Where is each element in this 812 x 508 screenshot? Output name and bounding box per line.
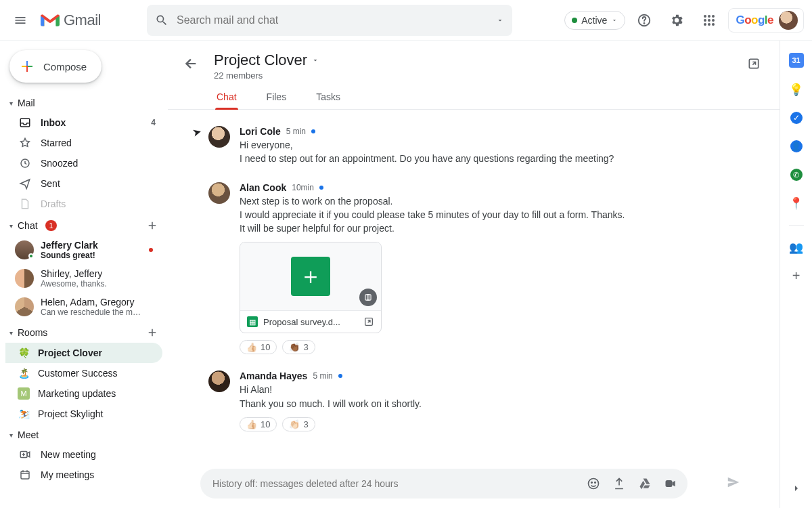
room-tabs: Chat Files Tasks [168,81,780,110]
attachment-card[interactable]: ＋ ▦ Proposal survey.d... [240,242,382,333]
calendar-icon [19,469,31,481]
chat-item[interactable]: Jeffery ClarkSounds great! [5,236,162,264]
svg-point-4 [712,15,715,18]
room-emoji-icon: ⛷️ [18,408,30,420]
message: Alan Cook10min Next step is to work on t… [208,182,752,355]
tasks-app-button[interactable]: ✓ [790,111,803,125]
meet-button[interactable] [659,472,682,495]
new-room-button[interactable] [146,326,158,339]
collapse-panel-button[interactable] [786,478,807,499]
message-composer[interactable] [200,469,687,499]
svg-point-9 [708,23,710,26]
folder-sent[interactable]: Sent [5,173,162,194]
folder-snoozed[interactable]: Snoozed [5,153,162,173]
reaction-chip[interactable]: 👍🏻10 [240,340,277,354]
collapse-button[interactable] [706,51,731,76]
avatar [208,371,230,392]
open-new-button[interactable] [742,51,766,76]
svg-point-10 [712,23,715,26]
open-external-icon[interactable] [363,316,374,327]
svg-point-2 [704,15,706,18]
new-chat-button[interactable] [146,219,158,232]
tab-files[interactable]: Files [265,87,288,109]
gmail-icon [41,13,60,28]
help-button[interactable] [631,7,658,34]
rooms-section-toggle[interactable]: ▾Rooms [5,322,162,343]
message-body: Hi everyone,I need to step out for an ap… [240,138,752,166]
upload-button[interactable] [608,472,631,495]
settings-button[interactable] [663,7,690,34]
voice-app-button[interactable]: ✆ [790,168,803,182]
menu-button[interactable] [5,5,35,35]
room-item[interactable]: ⛷️Project Skylight [5,404,162,424]
reaction-chip[interactable]: 👏🏻3 [282,417,315,431]
gmail-wordmark: Gmail [64,12,101,29]
folder-inbox[interactable]: Inbox4 [5,112,162,133]
meet-section-toggle[interactable]: ▾Meet [5,425,162,444]
status-chip[interactable]: Active [564,11,625,30]
contacts-app-button[interactable]: 👤 [790,140,803,153]
search-input[interactable] [177,14,488,26]
room-title[interactable]: Project Clover [214,51,319,69]
reactions: 👍🏻10 👏🏻3 [240,417,752,431]
video-icon [664,477,677,490]
chat-item[interactable]: Helen, Adam, GregoryCan we reschedule th… [5,293,162,321]
plus-icon [19,58,35,75]
plus-icon [146,219,158,232]
gmail-logo[interactable]: Gmail [41,12,101,29]
tab-tasks[interactable]: Tasks [315,87,342,109]
drive-button[interactable] [633,472,656,495]
send-icon [726,475,741,490]
avatar [208,182,230,204]
plus-icon [146,326,158,339]
get-addons-button[interactable]: + [790,269,803,282]
reaction-chip[interactable]: 👏🏾3 [282,340,315,354]
composer-input[interactable] [212,478,579,489]
room-item[interactable]: 🏝️Customer Success [5,363,162,383]
svg-point-21 [595,482,596,484]
calendar-app-button[interactable]: 31 [789,53,804,68]
message-body: Hi Alan!Thank you so much. I will work o… [240,383,752,410]
apps-button[interactable] [696,7,723,34]
reaction-chip[interactable]: 👍🏻10 [240,417,277,431]
svg-point-1 [644,23,645,24]
attachment-preview: ＋ [240,242,381,310]
sidebar: Compose ▾Mail Inbox4 Starred Snoozed [0,41,168,508]
chat-section-toggle[interactable]: ▾Chat 1 [5,215,162,236]
meet-my-meetings[interactable]: My meetings [5,465,162,485]
svg-point-8 [704,23,706,26]
presence-dot-icon [28,253,34,259]
chevron-down-icon[interactable] [496,16,504,24]
rooms-section: ▾Rooms 🍀Project Clover 🏝️Customer Succes… [5,322,162,424]
drive-icon [638,477,652,490]
svg-rect-17 [367,295,369,300]
back-button[interactable] [179,51,203,76]
meet-new-meeting[interactable]: New meeting [5,444,162,465]
clock-icon [19,157,31,169]
account-avatar[interactable] [779,11,798,30]
keep-app-button[interactable]: 💡 [790,83,803,96]
sender-name: Alan Cook [240,182,286,193]
svg-rect-16 [365,295,371,300]
people-app-button[interactable]: 👥 [790,240,803,254]
room-subtitle: 22 members [214,70,319,81]
star-icon [19,137,31,149]
search-icon [155,14,168,27]
maps-app-button[interactable]: 📍 [790,196,803,210]
room-item-project-clover[interactable]: 🍀Project Clover [5,343,162,363]
room-item[interactable]: MMarketing updates [5,383,162,404]
sender-name: Amanda Hayes [240,371,307,381]
folder-drafts[interactable]: Drafts [5,194,162,214]
file-icon [19,198,31,210]
send-button[interactable] [720,469,747,496]
emoji-button[interactable] [582,472,605,495]
tab-chat[interactable]: Chat [215,87,238,109]
folder-starred[interactable]: Starred [5,133,162,153]
mail-section-toggle[interactable]: ▾Mail [5,93,162,112]
svg-point-7 [712,19,715,22]
send-icon [19,177,31,190]
compose-button[interactable]: Compose [9,50,102,83]
account-badge[interactable]: Google [728,8,804,33]
chat-item[interactable]: Shirley, JefferyAwesome, thanks. [5,264,162,293]
search-bar[interactable] [147,5,512,36]
